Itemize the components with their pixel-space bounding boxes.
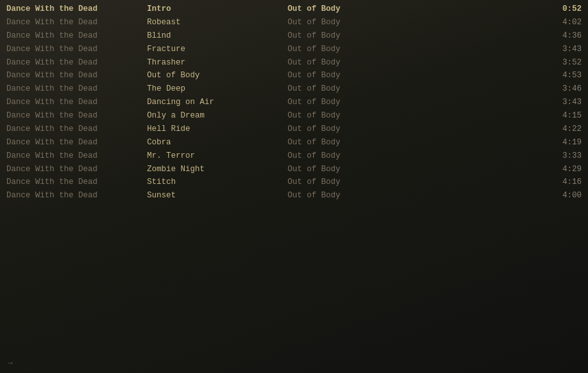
cell-time: 4:02 <box>543 17 582 28</box>
cell-title: Thrasher <box>147 57 288 68</box>
cell-album: Out of Body <box>288 190 428 201</box>
cell-artist: Dance With the Dead <box>6 164 147 175</box>
table-row[interactable]: Dance With the DeadMr. TerrorOut of Body… <box>0 149 588 163</box>
table-row[interactable]: Dance With the DeadFractureOut of Body3:… <box>0 43 588 56</box>
header-extra <box>428 4 543 15</box>
cell-time: 3:52 <box>543 57 582 68</box>
table-row[interactable]: Dance With the DeadOut of BodyOut of Bod… <box>0 69 588 82</box>
cell-title: Mr. Terror <box>147 151 288 162</box>
header-album: Out of Body <box>288 4 428 15</box>
table-row[interactable]: Dance With the DeadBlindOut of Body4:36 <box>0 29 588 43</box>
table-row[interactable]: Dance With the DeadStitchOut of Body4:16 <box>0 176 588 189</box>
cell-extra <box>428 190 543 201</box>
cell-time: 4:16 <box>543 177 582 188</box>
cell-album: Out of Body <box>288 17 428 28</box>
cell-title: Dancing on Air <box>147 97 288 108</box>
cell-artist: Dance With the Dead <box>6 70 147 81</box>
cell-title: Only a Dream <box>147 110 288 121</box>
cell-artist: Dance With the Dead <box>6 31 147 42</box>
cell-time: 4:36 <box>543 31 582 42</box>
cell-album: Out of Body <box>288 177 428 188</box>
cell-artist: Dance With the Dead <box>6 110 147 121</box>
table-row[interactable]: Dance With the DeadOnly a DreamOut of Bo… <box>0 109 588 123</box>
cell-time: 3:43 <box>543 97 582 108</box>
cell-artist: Dance With the Dead <box>6 137 147 148</box>
cell-artist: Dance With the Dead <box>6 84 147 95</box>
cell-artist: Dance With the Dead <box>6 44 147 55</box>
header-time: 0:52 <box>543 4 582 15</box>
table-row[interactable]: Dance With the DeadDancing on AirOut of … <box>0 96 588 109</box>
track-list-header: Dance With the Dead Intro Out of Body 0:… <box>0 3 588 16</box>
cell-title: Hell Ride <box>147 124 288 135</box>
cell-album: Out of Body <box>288 31 428 42</box>
cell-extra <box>428 177 543 188</box>
cell-extra <box>428 17 543 28</box>
cell-extra <box>428 110 543 121</box>
cell-time: 3:43 <box>543 44 582 55</box>
cell-title: Blind <box>147 31 288 42</box>
table-row[interactable]: Dance With the DeadHell RideOut of Body4… <box>0 123 588 136</box>
cell-title: The Deep <box>147 84 288 95</box>
cell-extra <box>428 31 543 42</box>
cell-extra <box>428 124 543 135</box>
cell-extra <box>428 57 543 68</box>
cell-artist: Dance With the Dead <box>6 177 147 188</box>
cell-artist: Dance With the Dead <box>6 97 147 108</box>
cell-title: Sunset <box>147 190 288 201</box>
cell-artist: Dance With the Dead <box>6 151 147 162</box>
cell-artist: Dance With the Dead <box>6 190 147 201</box>
cell-album: Out of Body <box>288 124 428 135</box>
cell-album: Out of Body <box>288 57 428 68</box>
bottom-arrow: → <box>8 358 13 368</box>
cell-title: Robeast <box>147 17 288 28</box>
cell-time: 4:29 <box>543 164 582 175</box>
cell-album: Out of Body <box>288 110 428 121</box>
cell-album: Out of Body <box>288 164 428 175</box>
cell-time: 4:22 <box>543 124 582 135</box>
cell-time: 3:33 <box>543 151 582 162</box>
cell-time: 4:00 <box>543 190 582 201</box>
cell-album: Out of Body <box>288 137 428 148</box>
cell-album: Out of Body <box>288 84 428 95</box>
cell-title: Out of Body <box>147 70 288 81</box>
cell-album: Out of Body <box>288 97 428 108</box>
cell-artist: Dance With the Dead <box>6 57 147 68</box>
table-row[interactable]: Dance With the DeadSunsetOut of Body4:00 <box>0 189 588 202</box>
cell-album: Out of Body <box>288 44 428 55</box>
cell-album: Out of Body <box>288 151 428 162</box>
cell-artist: Dance With the Dead <box>6 17 147 28</box>
header-title: Intro <box>147 4 288 15</box>
cell-time: 4:19 <box>543 137 582 148</box>
cell-extra <box>428 97 543 108</box>
cell-title: Stitch <box>147 177 288 188</box>
cell-extra <box>428 151 543 162</box>
cell-extra <box>428 44 543 55</box>
cell-title: Cobra <box>147 137 288 148</box>
cell-title: Zombie Night <box>147 164 288 175</box>
cell-extra <box>428 137 543 148</box>
table-row[interactable]: Dance With the DeadThe DeepOut of Body3:… <box>0 82 588 96</box>
cell-artist: Dance With the Dead <box>6 124 147 135</box>
table-row[interactable]: Dance With the DeadRobeastOut of Body4:0… <box>0 16 588 29</box>
cell-time: 4:53 <box>543 70 582 81</box>
cell-time: 4:15 <box>543 110 582 121</box>
table-row[interactable]: Dance With the DeadZombie NightOut of Bo… <box>0 163 588 176</box>
cell-album: Out of Body <box>288 70 428 81</box>
cell-title: Fracture <box>147 44 288 55</box>
cell-extra <box>428 70 543 81</box>
cell-extra <box>428 164 543 175</box>
table-row[interactable]: Dance With the DeadThrasherOut of Body3:… <box>0 56 588 70</box>
cell-time: 3:46 <box>543 84 582 95</box>
table-row[interactable]: Dance With the DeadCobraOut of Body4:19 <box>0 136 588 149</box>
cell-extra <box>428 84 543 95</box>
header-artist: Dance With the Dead <box>6 4 147 15</box>
track-list: Dance With the Dead Intro Out of Body 0:… <box>0 0 588 205</box>
